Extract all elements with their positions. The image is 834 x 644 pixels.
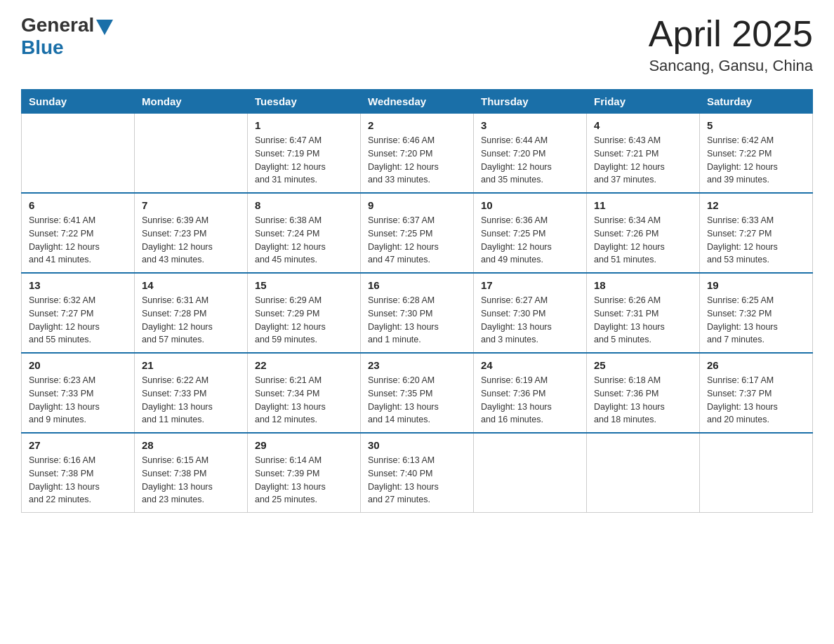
day-info: Sunrise: 6:37 AM Sunset: 7:25 PM Dayligh… [368, 214, 466, 267]
calendar-cell: 13Sunrise: 6:32 AM Sunset: 7:27 PM Dayli… [22, 273, 135, 353]
calendar-cell: 14Sunrise: 6:31 AM Sunset: 7:28 PM Dayli… [135, 273, 248, 353]
day-number: 12 [707, 199, 805, 211]
calendar-cell [474, 433, 587, 513]
day-number: 4 [594, 119, 692, 131]
calendar-cell [587, 433, 700, 513]
day-info: Sunrise: 6:32 AM Sunset: 7:27 PM Dayligh… [29, 294, 127, 347]
day-info: Sunrise: 6:31 AM Sunset: 7:28 PM Dayligh… [142, 294, 240, 347]
day-number: 26 [707, 359, 805, 371]
day-info: Sunrise: 6:25 AM Sunset: 7:32 PM Dayligh… [707, 294, 805, 347]
day-number: 30 [368, 439, 466, 451]
day-info: Sunrise: 6:14 AM Sunset: 7:39 PM Dayligh… [255, 454, 353, 507]
logo-triangle-icon [96, 20, 113, 35]
day-number: 22 [255, 359, 353, 371]
day-number: 23 [368, 359, 466, 371]
calendar-cell: 5Sunrise: 6:42 AM Sunset: 7:22 PM Daylig… [700, 114, 813, 194]
calendar-cell: 9Sunrise: 6:37 AM Sunset: 7:25 PM Daylig… [361, 193, 474, 273]
calendar-cell: 17Sunrise: 6:27 AM Sunset: 7:30 PM Dayli… [474, 273, 587, 353]
day-info: Sunrise: 6:47 AM Sunset: 7:19 PM Dayligh… [255, 134, 353, 187]
calendar-week-row: 1Sunrise: 6:47 AM Sunset: 7:19 PM Daylig… [22, 114, 813, 194]
calendar-cell: 28Sunrise: 6:15 AM Sunset: 7:38 PM Dayli… [135, 433, 248, 513]
day-number: 14 [142, 279, 240, 291]
calendar-cell: 1Sunrise: 6:47 AM Sunset: 7:19 PM Daylig… [248, 114, 361, 194]
day-number: 29 [255, 439, 353, 451]
days-of-week-row: SundayMondayTuesdayWednesdayThursdayFrid… [22, 90, 813, 114]
day-info: Sunrise: 6:15 AM Sunset: 7:38 PM Dayligh… [142, 454, 240, 507]
logo-general-text: General [21, 14, 94, 36]
calendar-cell: 7Sunrise: 6:39 AM Sunset: 7:23 PM Daylig… [135, 193, 248, 273]
title-block: April 2025 Sancang, Gansu, China [649, 14, 813, 75]
calendar-header: SundayMondayTuesdayWednesdayThursdayFrid… [22, 90, 813, 114]
day-number: 11 [594, 199, 692, 211]
calendar-cell [22, 114, 135, 194]
calendar-cell: 19Sunrise: 6:25 AM Sunset: 7:32 PM Dayli… [700, 273, 813, 353]
day-number: 25 [594, 359, 692, 371]
calendar-cell: 23Sunrise: 6:20 AM Sunset: 7:35 PM Dayli… [361, 353, 474, 433]
day-info: Sunrise: 6:29 AM Sunset: 7:29 PM Dayligh… [255, 294, 353, 347]
day-number: 13 [29, 279, 127, 291]
day-info: Sunrise: 6:39 AM Sunset: 7:23 PM Dayligh… [142, 214, 240, 267]
day-info: Sunrise: 6:18 AM Sunset: 7:36 PM Dayligh… [594, 374, 692, 427]
calendar-cell: 30Sunrise: 6:13 AM Sunset: 7:40 PM Dayli… [361, 433, 474, 513]
day-info: Sunrise: 6:23 AM Sunset: 7:33 PM Dayligh… [29, 374, 127, 427]
day-info: Sunrise: 6:19 AM Sunset: 7:36 PM Dayligh… [481, 374, 579, 427]
calendar-cell: 29Sunrise: 6:14 AM Sunset: 7:39 PM Dayli… [248, 433, 361, 513]
location-subtitle: Sancang, Gansu, China [649, 57, 813, 75]
calendar-cell: 4Sunrise: 6:43 AM Sunset: 7:21 PM Daylig… [587, 114, 700, 194]
day-header-thursday: Thursday [474, 90, 587, 114]
day-number: 24 [481, 359, 579, 371]
logo-blue-text: Blue [21, 36, 64, 59]
day-info: Sunrise: 6:33 AM Sunset: 7:27 PM Dayligh… [707, 214, 805, 267]
calendar-cell: 16Sunrise: 6:28 AM Sunset: 7:30 PM Dayli… [361, 273, 474, 353]
day-number: 3 [481, 119, 579, 131]
day-info: Sunrise: 6:36 AM Sunset: 7:25 PM Dayligh… [481, 214, 579, 267]
calendar-cell: 3Sunrise: 6:44 AM Sunset: 7:20 PM Daylig… [474, 114, 587, 194]
day-info: Sunrise: 6:38 AM Sunset: 7:24 PM Dayligh… [255, 214, 353, 267]
calendar-cell [135, 114, 248, 194]
day-info: Sunrise: 6:20 AM Sunset: 7:35 PM Dayligh… [368, 374, 466, 427]
calendar-cell: 18Sunrise: 6:26 AM Sunset: 7:31 PM Dayli… [587, 273, 700, 353]
calendar-cell: 11Sunrise: 6:34 AM Sunset: 7:26 PM Dayli… [587, 193, 700, 273]
logo: General Blue [21, 14, 113, 59]
day-info: Sunrise: 6:44 AM Sunset: 7:20 PM Dayligh… [481, 134, 579, 187]
day-info: Sunrise: 6:28 AM Sunset: 7:30 PM Dayligh… [368, 294, 466, 347]
day-info: Sunrise: 6:26 AM Sunset: 7:31 PM Dayligh… [594, 294, 692, 347]
day-info: Sunrise: 6:13 AM Sunset: 7:40 PM Dayligh… [368, 454, 466, 507]
calendar-cell: 20Sunrise: 6:23 AM Sunset: 7:33 PM Dayli… [22, 353, 135, 433]
day-header-monday: Monday [135, 90, 248, 114]
day-number: 10 [481, 199, 579, 211]
calendar-cell: 22Sunrise: 6:21 AM Sunset: 7:34 PM Dayli… [248, 353, 361, 433]
day-header-friday: Friday [587, 90, 700, 114]
day-info: Sunrise: 6:22 AM Sunset: 7:33 PM Dayligh… [142, 374, 240, 427]
calendar-cell: 10Sunrise: 6:36 AM Sunset: 7:25 PM Dayli… [474, 193, 587, 273]
calendar-cell: 25Sunrise: 6:18 AM Sunset: 7:36 PM Dayli… [587, 353, 700, 433]
calendar-cell: 27Sunrise: 6:16 AM Sunset: 7:38 PM Dayli… [22, 433, 135, 513]
day-number: 2 [368, 119, 466, 131]
calendar-week-row: 13Sunrise: 6:32 AM Sunset: 7:27 PM Dayli… [22, 273, 813, 353]
day-number: 28 [142, 439, 240, 451]
day-number: 16 [368, 279, 466, 291]
calendar-week-row: 20Sunrise: 6:23 AM Sunset: 7:33 PM Dayli… [22, 353, 813, 433]
day-info: Sunrise: 6:27 AM Sunset: 7:30 PM Dayligh… [481, 294, 579, 347]
day-number: 20 [29, 359, 127, 371]
calendar-body: 1Sunrise: 6:47 AM Sunset: 7:19 PM Daylig… [22, 114, 813, 513]
day-number: 1 [255, 119, 353, 131]
day-number: 18 [594, 279, 692, 291]
day-header-wednesday: Wednesday [361, 90, 474, 114]
calendar-cell: 6Sunrise: 6:41 AM Sunset: 7:22 PM Daylig… [22, 193, 135, 273]
day-number: 21 [142, 359, 240, 371]
calendar-cell: 8Sunrise: 6:38 AM Sunset: 7:24 PM Daylig… [248, 193, 361, 273]
day-number: 27 [29, 439, 127, 451]
calendar-cell: 21Sunrise: 6:22 AM Sunset: 7:33 PM Dayli… [135, 353, 248, 433]
day-header-saturday: Saturday [700, 90, 813, 114]
calendar-table: SundayMondayTuesdayWednesdayThursdayFrid… [21, 89, 813, 513]
day-info: Sunrise: 6:16 AM Sunset: 7:38 PM Dayligh… [29, 454, 127, 507]
month-title: April 2025 [649, 14, 813, 54]
day-info: Sunrise: 6:43 AM Sunset: 7:21 PM Dayligh… [594, 134, 692, 187]
day-number: 8 [255, 199, 353, 211]
calendar-cell: 24Sunrise: 6:19 AM Sunset: 7:36 PM Dayli… [474, 353, 587, 433]
calendar-cell: 2Sunrise: 6:46 AM Sunset: 7:20 PM Daylig… [361, 114, 474, 194]
day-info: Sunrise: 6:46 AM Sunset: 7:20 PM Dayligh… [368, 134, 466, 187]
day-header-sunday: Sunday [22, 90, 135, 114]
day-number: 6 [29, 199, 127, 211]
